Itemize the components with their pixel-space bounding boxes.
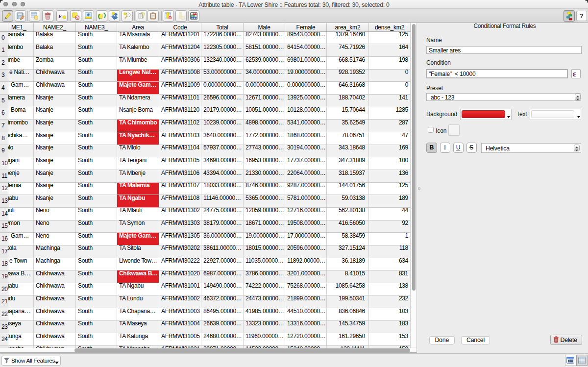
svg-text:ε: ε	[573, 70, 576, 77]
svg-text:ε: ε	[58, 12, 62, 20]
